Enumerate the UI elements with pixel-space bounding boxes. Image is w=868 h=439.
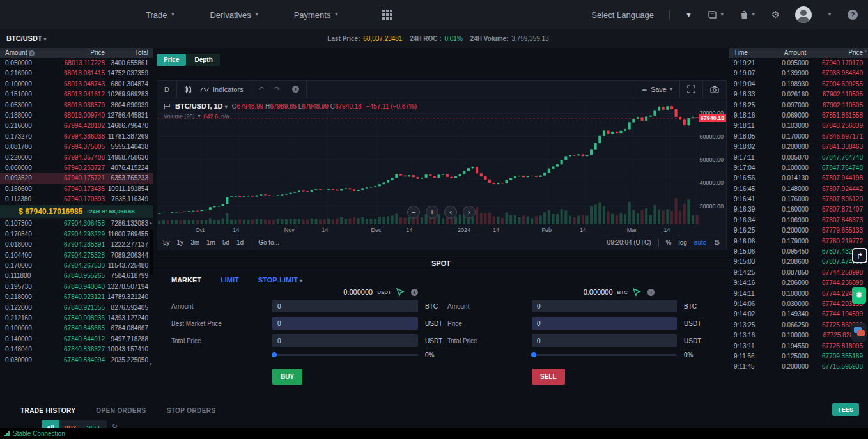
orderbook-row[interactable]: 0.11180067840.9552657584.618799 [0, 271, 153, 281]
history-row[interactable]: 9:19:070.13990067933.984349 [729, 68, 868, 79]
scroll-up-icon[interactable]: ▲ [864, 49, 867, 53]
history-row[interactable]: 9:14:060.03000067744.203138 [729, 299, 868, 309]
help-icon[interactable]: ? [848, 10, 858, 20]
flag-icon[interactable] [164, 103, 171, 110]
history-row[interactable]: 9:16:560.01413067807.944198 [729, 173, 868, 183]
nav-derivatives[interactable]: Derivatives ▼ [210, 10, 259, 20]
price-axis[interactable]: 70000.0060000.0050000.0040000.0030000.00… [699, 98, 726, 226]
range-button-5d[interactable]: 5d [222, 239, 229, 246]
orderbook-row[interactable]: 0.16060067940.17343510911.191854 [0, 184, 153, 194]
auto-scale-button[interactable]: auto [694, 239, 706, 246]
history-row[interactable]: 9:14:110.10000067744.224817 [729, 289, 868, 299]
fullscreen-icon[interactable] [687, 85, 695, 93]
info-icon[interactable]: i [29, 50, 35, 56]
nav-trade[interactable]: Trade ▼ [146, 10, 175, 20]
range-button-1d[interactable]: 1d [236, 239, 244, 246]
history-row[interactable]: 9:13:110.19455067725.818095 [729, 341, 868, 351]
buy-amount-slider[interactable] [272, 354, 418, 356]
scroll-down-icon[interactable]: ▼ [149, 362, 153, 366]
select-language[interactable]: Select Language [591, 10, 654, 20]
cursor-icon[interactable] [632, 288, 641, 297]
orderbook-row[interactable]: 0.06000067940.2537274076.415224 [0, 163, 153, 173]
orderbook-row[interactable]: 0.09352067940.1757216353.765233 [0, 173, 153, 183]
tab-market[interactable]: MARKET [171, 276, 201, 284]
history-row[interactable]: 9:14:160.20600067744.236098 [729, 278, 868, 288]
account-dropdown-icon[interactable]: ▼ [827, 12, 832, 17]
chart-plot-area[interactable]: 70000.0060000.0050000.0040000.0030000.00… [157, 98, 726, 226]
sell-amount-slider[interactable] [532, 354, 677, 356]
goto-button[interactable]: Go to... [258, 239, 279, 246]
history-row[interactable]: 9:19:210.09500067940.170170 [729, 58, 868, 68]
history-row[interactable]: 9:13:160.10000067725.828111 [729, 330, 868, 341]
history-row[interactable]: 9:16:450.14800067807.924442 [729, 184, 868, 194]
history-row[interactable]: 9:15:030.20860067807.474769 [729, 257, 868, 267]
orderbook-row[interactable]: 0.17327067994.38603811781.387269 [0, 132, 153, 142]
history-row[interactable]: 9:13:250.06625067725.860361 [729, 320, 868, 330]
history-row[interactable]: 9:16:340.10690067807.846373 [729, 215, 868, 226]
history-row[interactable]: 9:19:040.19893067904.699255 [729, 79, 868, 89]
user-avatar[interactable] [795, 6, 812, 23]
info-icon[interactable]: i [292, 86, 299, 93]
orders-book-icon[interactable]: ▼ [708, 10, 725, 19]
history-row[interactable]: 9:11:450.20000067715.595938 [729, 362, 868, 372]
history-row[interactable]: 9:11:560.12500067709.355169 [729, 351, 868, 362]
history-row[interactable]: 9:18:160.06900067851.861558 [729, 111, 868, 121]
history-row[interactable]: 9:16:250.20000067779.655133 [729, 226, 868, 236]
orderbook-row[interactable]: 0.11238067940.1703937635.116349 [0, 194, 153, 204]
history-row[interactable]: 9:15:060.09545067807.432836 [729, 247, 868, 257]
pan-right-icon[interactable]: › [463, 206, 476, 219]
tab-stop-limit[interactable]: STOP-LIMIT ▾ [258, 276, 302, 284]
range-button-3m[interactable]: 3m [190, 239, 199, 246]
interval-button[interactable]: D [164, 86, 169, 93]
history-row[interactable]: 9:18:020.20000067841.338463 [729, 142, 868, 152]
settings-gear-icon[interactable]: ⚙ [713, 238, 720, 247]
settings-gear-icon[interactable]: ⚙ [771, 9, 780, 20]
history-row[interactable]: 9:16:410.17600067807.896120 [729, 194, 868, 204]
history-row[interactable]: 9:18:050.17000067846.697171 [729, 132, 868, 142]
range-button-1m[interactable]: 1m [206, 239, 215, 246]
nav-payments[interactable]: Payments ▼ [294, 10, 339, 20]
orderbook-row[interactable]: 0.10440067904.2753287089.206344 [0, 250, 153, 261]
info-icon[interactable]: i [647, 289, 655, 296]
history-row[interactable]: 9:18:330.02616067902.110505 [729, 89, 868, 100]
apps-grid-icon[interactable] [382, 10, 392, 20]
legend-symbol[interactable]: BTC/USDT, 1D ▾ [175, 102, 228, 110]
tab-open-orders[interactable]: OPEN ORDERS [96, 407, 146, 414]
cursor-icon[interactable] [396, 288, 405, 297]
history-row[interactable]: 9:17:040.10000067847.764748 [729, 163, 868, 173]
tab-depth[interactable]: Depth [187, 54, 219, 66]
zoom-out-icon[interactable]: − [407, 206, 420, 219]
scroll-up-icon[interactable]: ▲ [149, 220, 153, 224]
chat-extension-icon[interactable] [851, 323, 867, 342]
orderbook-mid-price[interactable]: $ 67940.17016985 ↑24H H: 68,060.68 [0, 205, 153, 218]
range-button-1y[interactable]: 1y [177, 239, 184, 246]
time-axis[interactable]: Oct14Nov14Dec14202414Feb14Mar14 [157, 226, 726, 235]
orderbook-row[interactable]: 0.18800068013.00974012786.445831 [0, 111, 153, 121]
orderbook-row[interactable]: 0.10000068013.0487436801.304874 [0, 79, 153, 89]
orderbook-row[interactable]: 0.10000067840.8466656784.084667 [0, 323, 153, 334]
slider-thumb[interactable] [531, 352, 536, 357]
undo-icon[interactable]: ↶ [258, 85, 264, 93]
buy-best-market-price-input[interactable] [272, 317, 418, 330]
tab-stop-orders[interactable]: STOP ORDERS [167, 407, 216, 414]
orderbook-row[interactable]: 0.17084067904.29322911600.769455 [0, 229, 153, 240]
orderbook-row[interactable]: 0.17000067904.26753011543.725480 [0, 261, 153, 271]
orderbook-row[interactable]: 0.03000067840.8349942035.225050 [0, 355, 153, 366]
fees-button[interactable]: FEES [832, 403, 859, 416]
candle-style-icon[interactable] [184, 85, 192, 94]
orderbook-row[interactable]: 0.05000068013.1172283400.655861 [0, 58, 153, 68]
orderbook-row[interactable]: 0.21800067840.92312114789.321240 [0, 292, 153, 302]
orderbook-row[interactable]: 0.21690068013.08141514752.037359 [0, 68, 153, 79]
orderbook-row[interactable]: 0.05300068013.0365793604.690939 [0, 100, 153, 111]
sell-total-price-input[interactable] [532, 334, 677, 347]
orderbook-row[interactable]: 0.08170067994.3750055555.140438 [0, 142, 153, 152]
orderbook-row[interactable]: 0.14000067840.8449129497.718288 [0, 334, 153, 344]
camera-icon[interactable] [710, 86, 719, 93]
sell-price-input[interactable] [532, 317, 677, 330]
history-row[interactable]: 9:14:250.08785067744.258998 [729, 268, 868, 278]
symbol-selector[interactable]: BTC/USDT▾ [6, 35, 47, 42]
orderbook-row[interactable]: 0.12200067840.9213558276.592405 [0, 303, 153, 313]
sell-button[interactable]: SELL [532, 369, 565, 385]
sell-amount-input[interactable] [532, 300, 677, 312]
indicators-button[interactable]: Indicators [199, 86, 244, 93]
